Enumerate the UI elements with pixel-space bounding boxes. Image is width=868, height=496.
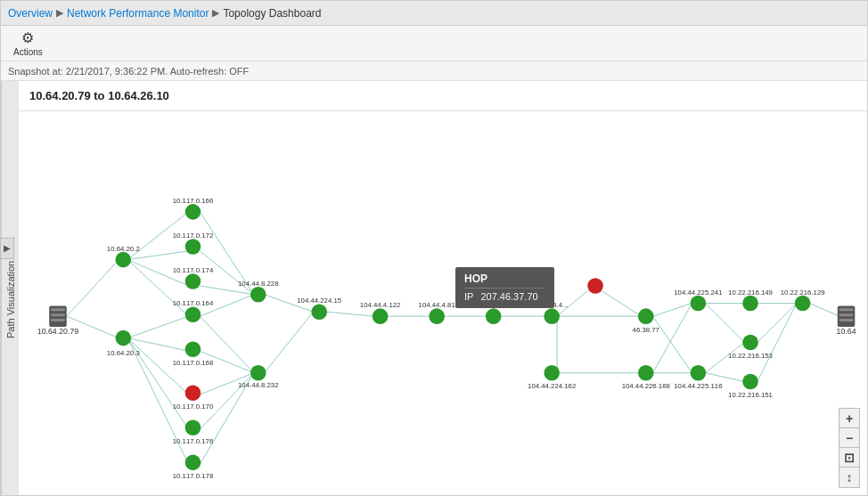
node-n4[interactable] bbox=[185, 239, 201, 255]
svg-line-40 bbox=[757, 304, 797, 343]
actions-icon: ⚙ bbox=[21, 29, 34, 46]
node-n18[interactable] bbox=[544, 365, 560, 381]
svg-text:10.22.216.153: 10.22.216.153 bbox=[728, 352, 773, 360]
svg-rect-44 bbox=[51, 313, 65, 316]
svg-text:104.44.224.15: 104.44.224.15 bbox=[297, 297, 342, 305]
node-n9[interactable] bbox=[185, 419, 201, 435]
svg-line-42 bbox=[809, 304, 839, 317]
svg-text:10.22.216.151: 10.22.216.151 bbox=[728, 391, 773, 399]
svg-line-22 bbox=[327, 312, 374, 316]
snapshot-bar: Snapshot at: 2/21/2017, 9:36:22 PM. Auto… bbox=[1, 61, 867, 81]
topology-svg: 10.64.20.79 10.64 10.64.20.2 10.64 bbox=[19, 111, 867, 495]
zoom-fit-button[interactable]: ⊡ bbox=[839, 448, 859, 468]
svg-text:104.44.226.168: 104.44.226.168 bbox=[622, 382, 670, 390]
node-n26[interactable] bbox=[742, 374, 758, 390]
node-n19-red[interactable] bbox=[587, 278, 603, 294]
node-n3[interactable] bbox=[185, 204, 201, 220]
svg-text:104.44.225.241: 104.44.225.241 bbox=[674, 289, 722, 297]
svg-text:104.44.4.101: 104.44.4.101 bbox=[473, 301, 514, 309]
app-container: Overview ▶ Network Performance Monitor ▶… bbox=[0, 0, 868, 496]
node-n8-red[interactable] bbox=[185, 385, 201, 401]
svg-text:104.44.224.162: 104.44.224.162 bbox=[528, 382, 576, 390]
node-n24[interactable] bbox=[742, 296, 758, 312]
breadcrumb-current: Topology Dashboard bbox=[223, 7, 321, 20]
actions-button[interactable]: ⚙ Actions bbox=[8, 28, 48, 59]
node-n13[interactable] bbox=[311, 304, 327, 320]
node-n6[interactable] bbox=[185, 306, 201, 322]
diagram-panel: 10.64.20.79 to 10.64.26.10 bbox=[19, 81, 867, 495]
snapshot-text: Snapshot at: 2/21/2017, 9:36:22 PM. Auto… bbox=[8, 66, 249, 77]
node-n10[interactable] bbox=[185, 455, 201, 471]
svg-text:10.64.20.2: 10.64.20.2 bbox=[107, 245, 140, 253]
svg-rect-43 bbox=[51, 308, 65, 311]
toolbar: ⚙ Actions bbox=[1, 26, 867, 61]
node-n21[interactable] bbox=[638, 365, 654, 381]
svg-rect-48 bbox=[839, 319, 854, 321]
svg-text:10.117.0.174: 10.117.0.174 bbox=[173, 266, 214, 274]
svg-rect-45 bbox=[51, 319, 65, 321]
svg-line-32 bbox=[653, 316, 692, 373]
green-nodes: 10.64.20.2 10.64.20.3 10.117.0.166 10.11… bbox=[107, 197, 825, 480]
svg-text:104.44.8.228: 104.44.8.228 bbox=[238, 280, 279, 288]
svg-text:10.117.0.170: 10.117.0.170 bbox=[173, 402, 214, 411]
svg-text:10.22.216.129: 10.22.216.129 bbox=[781, 289, 825, 297]
diagram-area: 10.64.20.79 10.64 10.64.20.2 10.64 bbox=[19, 111, 867, 495]
diagram-title: 10.64.20.79 to 10.64.26.10 bbox=[29, 89, 169, 102]
node-n14[interactable] bbox=[373, 308, 389, 324]
zoom-controls: + − ⊡ ↕ bbox=[839, 408, 860, 488]
svg-line-38 bbox=[705, 373, 744, 382]
svg-text:10.117.0.178: 10.117.0.178 bbox=[173, 472, 214, 480]
svg-text:10.117.0.164: 10.117.0.164 bbox=[173, 299, 214, 307]
svg-text:104.44.225.116: 104.44.225.116 bbox=[674, 382, 722, 390]
node-n25[interactable] bbox=[742, 335, 758, 351]
node-n5[interactable] bbox=[185, 273, 201, 289]
svg-text:10.64.20.3: 10.64.20.3 bbox=[107, 349, 140, 357]
node-n16[interactable] bbox=[486, 308, 502, 324]
svg-text:10.22.216.149: 10.22.216.149 bbox=[728, 289, 773, 297]
node-n12[interactable] bbox=[250, 365, 266, 381]
svg-text:104.44.4.81: 104.44.4.81 bbox=[419, 301, 455, 309]
node-n27[interactable] bbox=[795, 296, 811, 312]
breadcrumb-monitor[interactable]: Network Performance Monitor bbox=[67, 7, 209, 20]
svg-text:104.44.4...: 104.44.4... bbox=[536, 301, 569, 309]
svg-text:10.117.0.166: 10.117.0.166 bbox=[173, 197, 214, 205]
node-n17[interactable] bbox=[544, 308, 560, 324]
svg-text:104.44.4.122: 104.44.4.122 bbox=[360, 301, 401, 309]
svg-text:104.44.8.232: 104.44.8.232 bbox=[238, 381, 279, 389]
zoom-out-button[interactable]: − bbox=[839, 428, 859, 448]
svg-text:46.38.77: 46.38.77 bbox=[633, 326, 659, 334]
breadcrumb-bar: Overview ▶ Network Performance Monitor ▶… bbox=[1, 1, 867, 26]
breadcrumb-sep-2: ▶ bbox=[212, 7, 219, 19]
breadcrumb-overview[interactable]: Overview bbox=[8, 7, 53, 20]
svg-line-34 bbox=[653, 304, 692, 373]
svg-line-41 bbox=[757, 304, 797, 382]
src-label: 10.64.20.79 bbox=[37, 327, 79, 336]
node-n1[interactable] bbox=[115, 252, 131, 268]
node-n7[interactable] bbox=[185, 342, 201, 358]
node-n11[interactable] bbox=[250, 287, 266, 303]
svg-line-6 bbox=[127, 316, 188, 337]
node-n15[interactable] bbox=[429, 308, 445, 324]
svg-rect-47 bbox=[839, 313, 854, 316]
dst-label: 10.64 bbox=[837, 327, 856, 336]
svg-line-36 bbox=[705, 304, 744, 343]
node-n20[interactable] bbox=[638, 308, 654, 324]
node-n23[interactable] bbox=[691, 365, 707, 381]
svg-text:10.117.0.176: 10.117.0.176 bbox=[173, 437, 214, 445]
svg-text:10.117.0.168: 10.117.0.168 bbox=[173, 359, 214, 367]
svg-line-21 bbox=[265, 312, 314, 372]
main-content: Path Visualization Data ▶ 10.64.20.79 to… bbox=[1, 81, 867, 495]
node-n22[interactable] bbox=[691, 296, 707, 312]
zoom-move-button[interactable]: ↕ bbox=[839, 468, 859, 487]
collapse-arrow[interactable]: ▶ bbox=[1, 238, 14, 259]
breadcrumb-sep-1: ▶ bbox=[56, 7, 63, 19]
svg-line-0 bbox=[67, 260, 119, 317]
actions-label: Actions bbox=[13, 47, 43, 57]
diagram-header: 10.64.20.79 to 10.64.26.10 bbox=[19, 81, 867, 111]
svg-rect-46 bbox=[839, 308, 854, 311]
node-n2[interactable] bbox=[115, 330, 131, 346]
zoom-in-button[interactable]: + bbox=[839, 409, 859, 428]
svg-text:10.117.0.172: 10.117.0.172 bbox=[173, 232, 214, 240]
side-label[interactable]: Path Visualization Data bbox=[1, 81, 19, 495]
